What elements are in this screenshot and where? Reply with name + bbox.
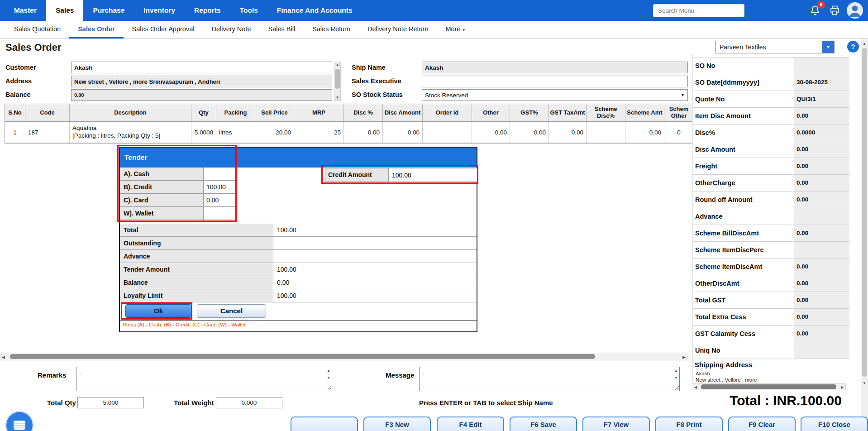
gst-calamity-cess-value[interactable]: 0.00 xyxy=(794,326,849,342)
menu-sales[interactable]: Sales xyxy=(46,0,84,21)
othercharge-value[interactable]: 0.00 xyxy=(794,175,849,191)
f3-new-button[interactable]: F3 New xyxy=(363,417,431,431)
footer-button-blank[interactable] xyxy=(291,417,358,431)
cell-sno[interactable]: 1 xyxy=(5,122,25,143)
scroll-up-icon[interactable]: ▲ xyxy=(335,63,340,67)
wallet-value[interactable] xyxy=(204,207,237,220)
summary-row-tender-amount: Tender Amount 100.00 xyxy=(120,263,477,276)
scroll-left-icon[interactable]: ◀ xyxy=(694,385,697,390)
cell-gst-taxamt[interactable]: 0.00 xyxy=(549,122,587,143)
panel-hscrollbar-thumb[interactable] xyxy=(701,384,836,389)
menu-reports[interactable]: Reports xyxy=(185,0,230,21)
quote-no-value[interactable]: QU/3/1 xyxy=(794,91,849,107)
scroll-down-icon[interactable]: ▼ xyxy=(335,96,340,100)
total-gst-value[interactable]: 0.00 xyxy=(794,292,849,308)
f7-view-button[interactable]: F7 View xyxy=(582,417,650,431)
so-date-value[interactable]: 30-08-2025 xyxy=(794,74,849,91)
total-extra-cess-value[interactable]: 0.00 xyxy=(794,309,849,325)
f10-close-button[interactable]: F10 Close xyxy=(801,417,868,431)
tab-sales-return[interactable]: Sales Return xyxy=(304,21,359,38)
scroll-left-icon[interactable]: ◀ xyxy=(2,355,5,359)
total-weight-value: 0.000 xyxy=(216,397,282,408)
item-disc-amount-value[interactable]: 0.00 xyxy=(794,108,849,124)
cell-disc-pct[interactable]: 0.00 xyxy=(344,122,383,143)
tab-sales-bill[interactable]: Sales Bill xyxy=(259,21,304,38)
freight-value[interactable]: 0.00 xyxy=(794,158,849,174)
user-avatar[interactable] xyxy=(847,2,863,19)
ship-name-input[interactable] xyxy=(422,62,688,73)
cell-other[interactable]: 0.00 xyxy=(472,122,510,143)
cell-packing[interactable]: litres xyxy=(216,122,255,143)
f8-print-button[interactable]: F8 Print xyxy=(655,417,723,431)
spinner-up-icon[interactable]: ▲ xyxy=(674,369,678,373)
f6-save-button[interactable]: F6 Save xyxy=(510,417,577,431)
dropdown-arrow-icon[interactable]: ▼ xyxy=(822,41,834,53)
tab-more[interactable]: More▾ xyxy=(437,21,474,38)
tab-sales-order[interactable]: Sales Order xyxy=(69,21,123,38)
uniq-no-value[interactable] xyxy=(794,342,849,359)
menu-purchase[interactable]: Purchase xyxy=(83,0,134,21)
resize-grip-icon[interactable] xyxy=(327,385,331,390)
cell-gst-pct[interactable]: 0.00 xyxy=(510,122,549,143)
main-hscrollbar-thumb[interactable] xyxy=(10,354,595,359)
help-button[interactable]: ? xyxy=(847,41,859,53)
summary-row-loyalty-limit: Loyalty Limit 100.00 xyxy=(120,289,477,302)
menu-tools[interactable]: Tools xyxy=(230,0,267,21)
scheme-itemdiscamt-value[interactable]: 0.00 xyxy=(794,259,849,275)
tab-delivery-note[interactable]: Delivery Note xyxy=(203,21,259,38)
cash-value[interactable] xyxy=(204,168,237,180)
cell-code[interactable]: 187 xyxy=(25,122,70,143)
message-textarea[interactable]: . xyxy=(419,367,680,391)
credit-amount-input[interactable] xyxy=(389,168,477,182)
chat-widget-button[interactable] xyxy=(5,411,33,431)
so-no-value[interactable] xyxy=(794,57,849,74)
cell-sell-price[interactable]: 20.00 xyxy=(255,122,294,143)
resize-grip-icon[interactable] xyxy=(674,385,679,390)
company-select[interactable]: Parveen Textiles ▼ xyxy=(715,41,835,53)
cell-description[interactable]: Aquafina [Packing : litres, Packing Qty … xyxy=(70,122,191,143)
f9-clear-button[interactable]: F9 Clear xyxy=(728,417,796,431)
advance-panel-value[interactable] xyxy=(794,208,849,225)
cell-order-id[interactable] xyxy=(423,122,472,143)
search-input[interactable] xyxy=(653,4,744,17)
tab-sales-order-approval[interactable]: Sales Order Approval xyxy=(124,21,203,38)
printer-icon[interactable] xyxy=(829,5,840,18)
cell-qty[interactable]: 5.0000 xyxy=(191,122,216,143)
scroll-right-icon[interactable]: ▶ xyxy=(841,385,844,390)
page-vscrollbar-thumb[interactable] xyxy=(862,48,867,377)
card-value[interactable]: 0.00 xyxy=(204,194,237,206)
otherdiscamt-value[interactable]: 0.00 xyxy=(794,275,849,292)
f4-edit-button[interactable]: F4 Edit xyxy=(437,417,504,431)
customer-input[interactable] xyxy=(71,62,332,73)
address-input[interactable] xyxy=(71,76,332,87)
menu-inventory[interactable]: Inventory xyxy=(134,0,185,21)
customer-scrollbar-thumb[interactable] xyxy=(335,69,340,89)
disc-pct-value[interactable]: 0.0000 xyxy=(794,125,849,141)
balance-input[interactable] xyxy=(71,89,332,101)
menu-master[interactable]: Master xyxy=(5,0,46,21)
cell-disc-amount[interactable]: 0.00 xyxy=(383,122,423,143)
spinner-up-icon[interactable]: ▲ xyxy=(327,369,330,373)
cell-mrp[interactable]: 25 xyxy=(294,122,344,143)
scroll-up-icon[interactable]: ▲ xyxy=(863,42,866,46)
tab-delivery-note-return[interactable]: Delivery Note Return xyxy=(359,21,437,38)
tab-sales-quotation[interactable]: Sales Quotation xyxy=(5,21,69,38)
spinner-down-icon[interactable]: ▼ xyxy=(674,376,678,380)
cancel-button[interactable]: Cancel xyxy=(197,304,266,318)
ok-button[interactable]: Ok xyxy=(125,304,191,318)
cell-schem-other[interactable]: 0 xyxy=(664,122,692,143)
disc-amount-value[interactable]: 0.00 xyxy=(794,141,849,158)
sales-executive-input[interactable] xyxy=(422,76,688,87)
so-stock-status-select[interactable]: Stock Reserved ▼ xyxy=(422,89,688,101)
credit-value[interactable]: 100.00 xyxy=(204,181,237,193)
scheme-billdiscamt-value[interactable]: 0.00 xyxy=(794,225,849,241)
cell-scheme-disc[interactable] xyxy=(587,122,625,143)
menu-finance-and-accounts[interactable]: Finance And Accounts xyxy=(267,0,362,21)
scroll-down-icon[interactable]: ▼ xyxy=(863,381,866,386)
spinner-down-icon[interactable]: ▼ xyxy=(327,376,330,380)
round-off-value[interactable]: 0.00 xyxy=(794,192,849,208)
scheme-itemdiscperc-value[interactable] xyxy=(794,242,849,258)
scroll-right-icon[interactable]: ▶ xyxy=(682,355,686,359)
remarks-textarea[interactable]: . xyxy=(76,367,332,391)
cell-scheme-amt[interactable]: 0.00 xyxy=(625,122,664,143)
